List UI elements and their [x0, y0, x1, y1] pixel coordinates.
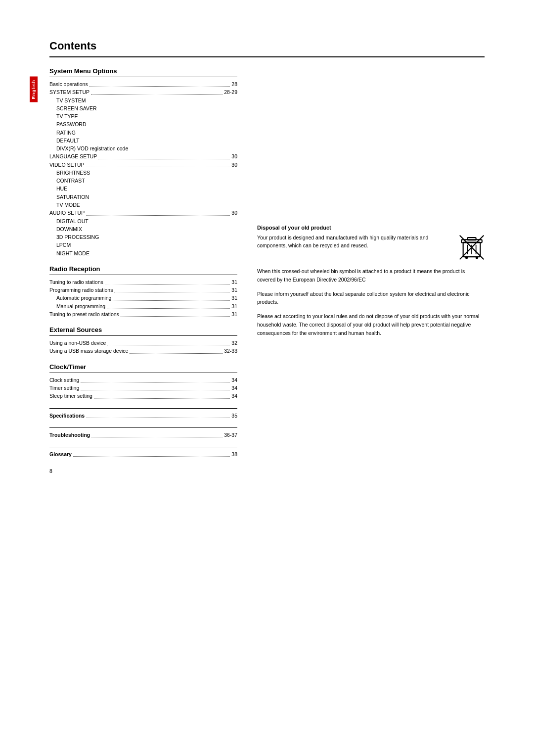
- toc-item-rating: RATING: [49, 129, 237, 137]
- bin-icon: [459, 235, 485, 261]
- toc-page: 31: [231, 286, 237, 294]
- toc-item-default: DEFAULT: [49, 137, 237, 144]
- toc-entry-troubleshooting: Troubleshooting 36-37: [49, 431, 237, 439]
- toc-entry-programming-radio: Programming radio stations 31: [49, 286, 237, 294]
- toc-page: 36-37: [224, 431, 237, 439]
- toc-page: 30: [231, 209, 237, 217]
- toc-label: Clock setting: [49, 376, 79, 384]
- toc-label: Using a non-USB device: [49, 339, 106, 347]
- toc-label: Tuning to radio stations: [49, 278, 103, 286]
- toc-page: 38: [231, 450, 237, 458]
- section-heading-system-menu: System Menu Options: [49, 67, 237, 75]
- toc-entry-language-setup: LANGUAGE SETUP 30: [49, 152, 237, 160]
- toc-page: 30: [231, 161, 237, 169]
- toc-item-lpcm: LPCM: [49, 241, 237, 249]
- toc-dots: [121, 310, 230, 317]
- toc-entry-audio-setup: AUDIO SETUP 30: [49, 209, 237, 217]
- toc-dots: [91, 88, 222, 94]
- toc-entry-timer-setting: Timer setting 34: [49, 384, 237, 392]
- toc-item-password: PASSWORD: [49, 120, 237, 128]
- toc-item-screen-saver: SCREEN SAVER: [49, 104, 237, 112]
- toc-dots: [113, 294, 230, 300]
- toc-item-saturation: SATURATION: [49, 193, 237, 201]
- toc-page: 28: [231, 80, 237, 88]
- section-rule-6: [49, 427, 237, 428]
- toc-page: 31: [231, 294, 237, 302]
- two-col-layout: System Menu Options Basic operations 28 …: [49, 66, 485, 474]
- top-divider: [49, 56, 485, 57]
- toc-item-downmix: DOWNMIX: [49, 225, 237, 233]
- language-tab: English: [30, 77, 38, 102]
- page-title: Contents: [49, 40, 485, 52]
- disposal-text-4: Please act according to your local rules…: [257, 312, 485, 337]
- toc-dots: [81, 384, 230, 390]
- toc-dots: [94, 392, 230, 398]
- toc-item-3d-processing: 3D PROCESSING: [49, 233, 237, 241]
- toc-label: Basic operations: [49, 80, 88, 88]
- section-rule-4: [49, 373, 237, 373]
- toc-entry-specifications: Specifications 35: [49, 412, 237, 420]
- toc-entry-sleep-timer: Sleep timer setting 34: [49, 392, 237, 400]
- section-heading-clock: Clock/Timer: [49, 363, 237, 371]
- section-clock-timer: Clock/Timer Clock setting 34 Timer setti…: [49, 363, 237, 400]
- svg-point-7: [476, 256, 478, 259]
- section-external-sources: External Sources Using a non-USB device …: [49, 326, 237, 355]
- toc-entry-tuning-radio: Tuning to radio stations 31: [49, 278, 237, 286]
- toc-label: Timer setting: [49, 384, 79, 392]
- toc-page: 31: [231, 278, 237, 286]
- toc-dots: [89, 80, 230, 87]
- left-column: System Menu Options Basic operations 28 …: [49, 66, 237, 474]
- toc-entry-glossary: Glossary 38: [49, 450, 237, 458]
- toc-dots: [107, 302, 230, 309]
- toc-page: 30: [231, 152, 237, 160]
- toc-label-bold: Troubleshooting: [49, 431, 90, 439]
- toc-label: AUDIO SETUP: [49, 209, 85, 217]
- toc-dots: [86, 412, 230, 418]
- toc-entry-non-usb: Using a non-USB device 32: [49, 339, 237, 347]
- section-heading-external: External Sources: [49, 326, 237, 333]
- toc-page: 34: [231, 376, 237, 384]
- toc-dots: [91, 431, 222, 437]
- toc-label: Sleep timer setting: [49, 392, 92, 400]
- toc-label: VIDEO SETUP: [49, 161, 85, 169]
- page-container: English Contents System Menu Options Bas…: [0, 0, 534, 514]
- toc-label: Tuning to preset radio stations: [49, 310, 119, 318]
- toc-item-night-mode: NIGHT MODE: [49, 249, 237, 257]
- disposal-text-1: Your product is designed and manufacture…: [257, 234, 452, 250]
- page-number: 8: [49, 468, 237, 474]
- svg-rect-2: [467, 237, 476, 240]
- toc-dots: [107, 339, 230, 345]
- toc-item-brightness: BRIGHTNESS: [49, 169, 237, 177]
- section-system-menu-options: System Menu Options Basic operations 28 …: [49, 67, 237, 257]
- section-rule-2: [49, 275, 237, 275]
- toc-page: 28-29: [224, 88, 237, 96]
- toc-page: 32: [231, 339, 237, 347]
- toc-dots: [114, 286, 230, 292]
- toc-item-divx-vod: DIVX(R) VOD registration code: [49, 144, 237, 152]
- toc-entry-usb-storage: Using a USB mass storage device 32-33: [49, 347, 237, 355]
- section-rule-3: [49, 335, 237, 336]
- toc-entry-basic-operations: Basic operations 28: [49, 80, 237, 88]
- section-troubleshooting: Troubleshooting 36-37: [49, 427, 237, 439]
- toc-entry-preset-radio: Tuning to preset radio stations 31: [49, 310, 237, 318]
- toc-dots: [86, 209, 230, 215]
- toc-item-tv-type: TV TYPE: [49, 112, 237, 120]
- toc-item-contrast: CONTRAST: [49, 177, 237, 185]
- disposal-with-icon: Your product is designed and manufacture…: [257, 234, 485, 261]
- toc-label-bold: Specifications: [49, 412, 85, 420]
- toc-label: SYSTEM SETUP: [49, 88, 89, 96]
- toc-item-hue: HUE: [49, 185, 237, 192]
- section-rule-5: [49, 408, 237, 409]
- disposal-text-2: When this crossed-out wheeled bin symbol…: [257, 267, 485, 284]
- toc-entry-manual-programming: Manual programming 31: [49, 302, 237, 310]
- disposal-text-3: Please inform yourself about the local s…: [257, 290, 485, 307]
- toc-item-tv-system: TV SYSTEM: [49, 96, 237, 104]
- toc-dots: [86, 161, 230, 167]
- section-heading-radio: Radio Reception: [49, 265, 237, 273]
- toc-item-tv-mode: TV MODE: [49, 201, 237, 209]
- toc-page: 31: [231, 310, 237, 318]
- section-glossary: Glossary 38: [49, 447, 237, 458]
- toc-page: 31: [231, 302, 237, 310]
- toc-page: 34: [231, 384, 237, 392]
- toc-dots: [130, 347, 222, 353]
